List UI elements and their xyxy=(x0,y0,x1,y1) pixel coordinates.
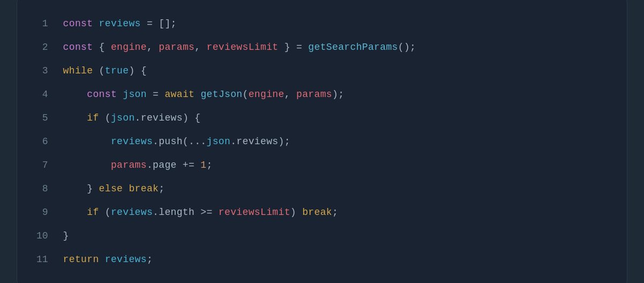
line-content: reviews.push(...json.reviews); xyxy=(63,130,608,153)
token-var-limit: reviewsLimit xyxy=(219,207,290,218)
token-var-reviews: reviews xyxy=(111,136,153,147)
token-plain xyxy=(123,183,129,194)
token-op: += xyxy=(177,160,201,170)
code-line: 2const { engine, params, reviewsLimit } … xyxy=(36,35,608,59)
code-line: 3while (true) { xyxy=(36,59,608,83)
token-punc: (); xyxy=(398,42,416,53)
token-kw-break: break xyxy=(302,207,332,218)
token-kw-const: const xyxy=(63,18,99,29)
token-var-json: json xyxy=(123,89,147,100)
token-punc: ); xyxy=(332,89,344,100)
token-punc: ; xyxy=(159,183,164,194)
token-punc: ) { xyxy=(129,65,147,76)
token-plain xyxy=(302,42,308,53)
token-kw-const: const xyxy=(87,89,123,100)
token-plain xyxy=(63,183,87,194)
token-op: = xyxy=(147,89,165,100)
token-kw-while: while xyxy=(63,65,93,76)
token-punc: , xyxy=(147,42,159,53)
token-var-engine: engine xyxy=(111,42,147,53)
token-punc: []; xyxy=(159,18,177,29)
line-number: 8 xyxy=(36,177,63,200)
token-var-json: json xyxy=(111,113,135,123)
token-punc: } xyxy=(279,42,297,53)
line-content: const { engine, params, reviewsLimit } =… xyxy=(63,35,608,59)
line-number: 4 xyxy=(36,83,63,106)
token-var-reviews: reviews xyxy=(99,18,141,29)
token-kw-if: if xyxy=(87,113,99,123)
token-punc: ( xyxy=(183,136,189,147)
token-punc: ( xyxy=(99,207,111,218)
code-line: 9 if (reviews.length >= reviewsLimit) br… xyxy=(36,200,608,224)
token-plain xyxy=(63,160,111,170)
code-line: 4 const json = await getJson(engine, par… xyxy=(36,83,608,106)
line-number: 5 xyxy=(36,106,63,130)
line-number: 9 xyxy=(36,200,63,224)
token-kw-const: const xyxy=(63,42,99,53)
token-op: ... xyxy=(189,136,207,147)
code-line: 10} xyxy=(36,224,608,248)
token-var-reviews: reviews xyxy=(105,254,147,265)
token-prop: .length xyxy=(153,207,194,218)
line-number: 11 xyxy=(36,248,63,271)
line-content: if (json.reviews) { xyxy=(63,106,608,130)
token-num: 1 xyxy=(200,160,206,170)
token-prop: .reviews xyxy=(230,136,278,147)
token-punc: ( xyxy=(243,89,249,100)
token-plain xyxy=(63,136,111,147)
token-punc: ( xyxy=(93,65,104,76)
line-content: params.page += 1; xyxy=(63,153,608,177)
token-plain xyxy=(63,89,87,100)
code-line: 6 reviews.push(...json.reviews); xyxy=(36,130,608,153)
token-fn-getJson: getJson xyxy=(200,89,242,100)
token-kw-await: await xyxy=(164,89,200,100)
token-kw-true: true xyxy=(105,65,129,76)
token-punc: { xyxy=(99,42,111,53)
code-line: 11return reviews; xyxy=(36,248,608,271)
code-line: 8 } else break; xyxy=(36,177,608,200)
line-content: while (true) { xyxy=(63,59,608,83)
token-punc: , xyxy=(194,42,206,53)
code-line: 1const reviews = []; xyxy=(36,12,608,35)
token-punc: } xyxy=(87,183,99,194)
token-fn-getSearch: getSearchParams xyxy=(308,42,398,53)
token-prop: .reviews xyxy=(135,113,183,123)
token-var-engine: engine xyxy=(249,89,284,100)
token-kw-if: if xyxy=(87,207,99,218)
token-plain xyxy=(63,113,87,123)
line-number: 7 xyxy=(36,153,63,177)
token-kw-return: return xyxy=(63,254,105,265)
code-table: 1const reviews = [];2const { engine, par… xyxy=(36,12,608,271)
token-punc: , xyxy=(284,89,296,100)
token-var-params: params xyxy=(111,160,147,170)
token-kw-else: else xyxy=(99,183,123,194)
token-punc: } xyxy=(63,230,69,241)
token-kw-break: break xyxy=(129,183,159,194)
code-line: 7 params.page += 1; xyxy=(36,153,608,177)
token-punc: ) xyxy=(290,207,302,218)
line-content: } else break; xyxy=(63,177,608,200)
line-content: return reviews; xyxy=(63,248,608,271)
line-number: 2 xyxy=(36,35,63,59)
token-punc: ; xyxy=(147,254,153,265)
token-punc: ) { xyxy=(183,113,201,123)
token-punc: ; xyxy=(332,207,338,218)
line-number: 1 xyxy=(36,12,63,35)
line-number: 6 xyxy=(36,130,63,153)
token-op: >= xyxy=(194,207,219,218)
line-content: const json = await getJson(engine, param… xyxy=(63,83,608,106)
token-var-params: params xyxy=(296,89,332,100)
token-punc: ( xyxy=(99,113,111,123)
token-var-limit: reviewsLimit xyxy=(207,42,279,53)
line-content: const reviews = []; xyxy=(63,12,608,35)
line-number: 3 xyxy=(36,59,63,83)
code-editor: 1const reviews = [];2const { engine, par… xyxy=(17,0,627,283)
token-var-json: json xyxy=(207,136,231,147)
line-content: } xyxy=(63,224,608,248)
code-line: 5 if (json.reviews) { xyxy=(36,106,608,130)
token-prop: .page xyxy=(147,160,177,170)
token-punc: ); xyxy=(278,136,290,147)
line-content: if (reviews.length >= reviewsLimit) brea… xyxy=(63,200,608,224)
token-punc: ; xyxy=(207,160,213,170)
token-op: = xyxy=(141,18,159,29)
